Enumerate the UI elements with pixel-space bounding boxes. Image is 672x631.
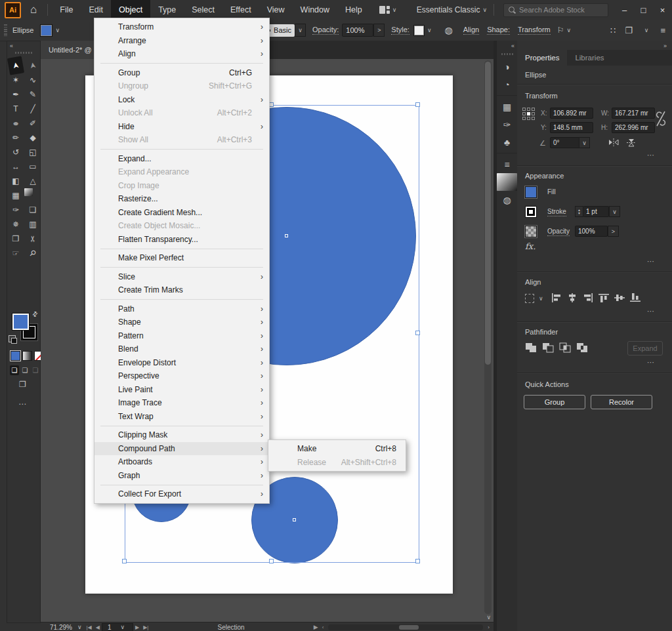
change-screen-mode-icon[interactable]: ❐: [19, 380, 26, 389]
pathfinder-unite-icon[interactable]: [525, 342, 537, 353]
document-arrangement-icon[interactable]: ❐: [625, 26, 633, 35]
expand-dock-icon[interactable]: »: [663, 43, 667, 49]
opacity-field[interactable]: 100%: [342, 24, 373, 37]
color-button[interactable]: [10, 351, 20, 361]
align-horizontal-center-icon[interactable]: [567, 293, 578, 302]
menu-item-pattern[interactable]: Pattern ›: [94, 329, 269, 343]
menu-item-rasterize[interactable]: Rasterize... ›: [94, 192, 269, 206]
swatches-panel-icon[interactable]: ▦: [497, 98, 517, 115]
pathfinder-more-options-icon[interactable]: ⋯: [647, 358, 656, 367]
workspace-layout-icon[interactable]: [379, 6, 390, 14]
shaper-tool[interactable]: ✏: [7, 131, 24, 145]
color-guide-panel-icon[interactable]: ◔: [497, 75, 517, 93]
gradient-tool[interactable]: [24, 188, 33, 196]
curvature-tool[interactable]: ✎: [24, 87, 41, 102]
minimize-button[interactable]: –: [615, 1, 634, 19]
menu-item-text-wrap[interactable]: Text Wrap ›: [94, 410, 269, 424]
panel-options-icon[interactable]: ≡: [660, 26, 665, 35]
edit-toolbar-dots-icon[interactable]: ⋯: [18, 399, 28, 409]
vertical-scrollbar[interactable]: [484, 60, 492, 614]
constrain-proportions-broken-link-icon[interactable]: [655, 109, 667, 129]
scroll-left-arrow-icon[interactable]: ‹: [322, 624, 324, 630]
y-field[interactable]: 148.5 mm: [550, 122, 593, 133]
menubar-help[interactable]: Help: [337, 0, 370, 20]
flip-vertical-icon[interactable]: [626, 138, 637, 148]
menu-item-crop-image[interactable]: Crop Image ›: [94, 179, 269, 193]
transparency-panel-icon[interactable]: ◍: [497, 191, 517, 209]
menubar-type[interactable]: Type: [150, 0, 184, 20]
align-right-icon[interactable]: [583, 293, 593, 302]
line-segment-tool[interactable]: ╱: [24, 102, 41, 116]
close-button[interactable]: ×: [653, 1, 672, 19]
stroke-weight-stepper[interactable]: ▴▾: [575, 206, 583, 217]
menu-item-ungroup[interactable]: Ungroup Shift+Ctrl+G ›: [94, 79, 269, 93]
menu-item-group[interactable]: Group Ctrl+G ›: [94, 66, 269, 80]
tab-libraries[interactable]: Libraries: [567, 50, 612, 66]
opacity-chevron[interactable]: >: [373, 24, 385, 37]
menubar-view[interactable]: View: [259, 0, 293, 20]
chevron-down-icon[interactable]: ∨: [482, 7, 487, 13]
menu-item-make-pixel-perfect[interactable]: Make Pixel Perfect ›: [94, 251, 269, 265]
hand-tool[interactable]: ☞: [7, 246, 24, 260]
fill-label[interactable]: Fill: [547, 188, 556, 195]
symbol-sprayer-tool[interactable]: ✵: [7, 217, 24, 232]
ellipse-tool[interactable]: ●: [4, 116, 28, 131]
draw-inside-mode-icon[interactable]: ❏: [31, 365, 40, 375]
appearance-opacity-field[interactable]: 100%: [575, 226, 608, 237]
tab-properties[interactable]: Properties: [517, 50, 567, 66]
menu-item-align[interactable]: Align ›: [94, 47, 269, 61]
opacity-label[interactable]: Opacity:: [312, 26, 339, 35]
menubar-object[interactable]: Object: [111, 0, 150, 20]
eraser-tool[interactable]: ◆: [24, 131, 41, 145]
chevron-down-icon[interactable]: ∨: [392, 7, 397, 13]
x-field[interactable]: 106.892 mr: [550, 108, 593, 119]
menu-item-blend[interactable]: Blend ›: [94, 342, 269, 356]
vertical-scrollbar-thumb[interactable]: [485, 62, 491, 365]
selection-handle-top-right[interactable]: [415, 102, 420, 107]
menu-item-collect-for-export[interactable]: Collect For Export ›: [94, 487, 269, 501]
menu-item-live-paint[interactable]: Live Paint ›: [94, 383, 269, 397]
shape-builder-tool[interactable]: ◧: [7, 174, 24, 188]
menubar-file[interactable]: File: [52, 0, 81, 20]
symbols-panel-icon[interactable]: ♣: [497, 133, 517, 151]
column-graph-tool[interactable]: ▥: [24, 217, 41, 232]
recolor-button[interactable]: Recolor: [591, 395, 652, 409]
stroke-style-chevron[interactable]: ∨: [295, 24, 306, 37]
document-tab[interactable]: Untitled-2* @: [41, 41, 100, 59]
scale-tool[interactable]: ◱: [24, 145, 41, 159]
w-field[interactable]: 167.217 mr: [612, 108, 655, 119]
stroke-weight-field[interactable]: 1 pt: [583, 206, 609, 217]
flip-horizontal-icon[interactable]: [608, 138, 620, 147]
chevron-down-icon[interactable]: ∨: [644, 27, 649, 33]
menu-item-perspective[interactable]: Perspective ›: [94, 369, 269, 383]
pathfinder-expand-button[interactable]: Expand: [627, 341, 663, 356]
transform-more-options-icon[interactable]: ⋯: [647, 151, 656, 159]
free-transform-tool[interactable]: ▭: [24, 159, 41, 174]
menu-item-hide[interactable]: Hide ›: [94, 120, 269, 134]
horizontal-scrollbar-thumb[interactable]: [399, 625, 419, 630]
reference-point-selector[interactable]: [522, 108, 535, 120]
selection-handle-bottom-right[interactable]: [415, 559, 420, 563]
fill-indicator[interactable]: [12, 313, 30, 331]
artboard-tool[interactable]: ❐: [7, 232, 24, 246]
mesh-tool[interactable]: ▦: [7, 188, 24, 203]
shape-panel-link[interactable]: Shape:: [487, 26, 510, 35]
selection-handle-bottom-left[interactable]: [122, 559, 127, 563]
panel-grip[interactable]: [4, 24, 7, 36]
menu-item-expand-appearance[interactable]: Expand Appearance ›: [94, 165, 269, 179]
h-field[interactable]: 262.996 mr: [612, 122, 655, 133]
menu-item-transform[interactable]: Transform ›: [94, 20, 269, 34]
appearance-more-options-icon[interactable]: ⋯: [647, 257, 656, 266]
selection-handle-top-center[interactable]: [269, 102, 274, 107]
workspace-switcher[interactable]: Essentials Classic: [417, 5, 480, 14]
group-button[interactable]: Group: [524, 395, 585, 409]
align-panel-link[interactable]: Align: [463, 26, 479, 35]
appearance-stroke-swatch[interactable]: [525, 206, 537, 218]
zoom-chevron-icon[interactable]: ∨: [77, 624, 82, 630]
maximize-button[interactable]: □: [634, 1, 653, 19]
stroke-panel-icon[interactable]: ≡: [497, 155, 517, 173]
collapse-panel-icon[interactable]: «: [10, 43, 13, 49]
pathfinder-intersect-icon[interactable]: [559, 342, 571, 353]
menubar-window[interactable]: Window: [293, 0, 337, 20]
rotation-angle-field[interactable]: 0°: [550, 137, 580, 148]
